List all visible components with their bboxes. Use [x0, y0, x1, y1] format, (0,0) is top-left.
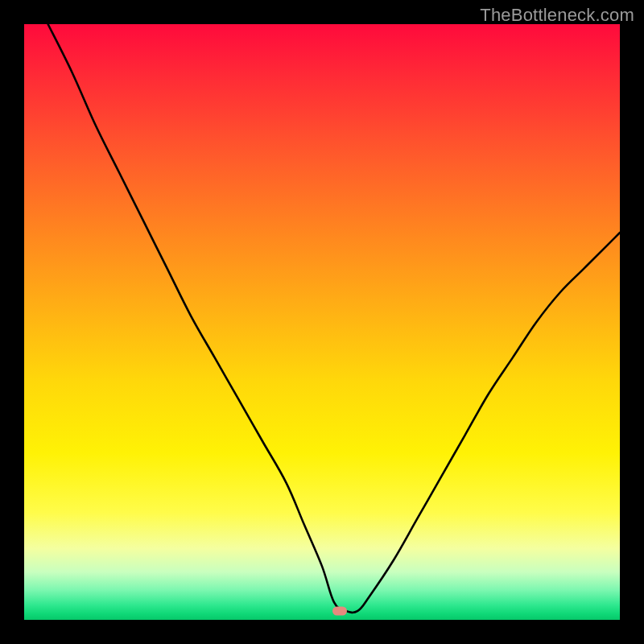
minimum-marker — [332, 606, 347, 615]
bottleneck-curve — [24, 24, 620, 620]
chart-frame: TheBottleneck.com — [0, 0, 644, 644]
watermark-text: TheBottleneck.com — [480, 5, 634, 26]
plot-area — [24, 24, 620, 620]
